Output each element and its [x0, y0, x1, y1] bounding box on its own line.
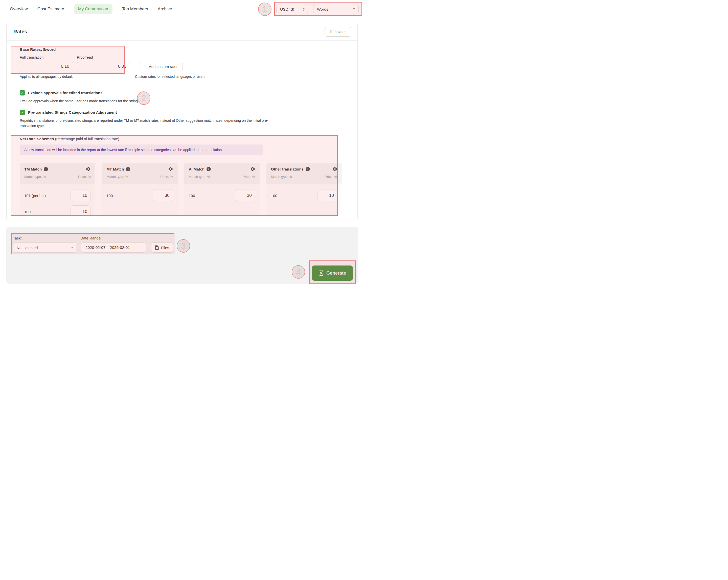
- generate-button-row: Generate: [13, 266, 353, 281]
- report-generation-page: Overview Cost Estimate My Contribution T…: [0, 0, 364, 290]
- generate-button[interactable]: Generate: [312, 266, 353, 281]
- generate-button-label: Generate: [326, 271, 346, 276]
- scheme-title: TM Match: [24, 167, 42, 171]
- scheme-title: Other translations: [271, 167, 304, 171]
- exclude-approvals-checkbox[interactable]: ✓: [20, 90, 25, 95]
- gear-icon[interactable]: [250, 166, 255, 171]
- scheme-card-body: 100: [266, 184, 342, 202]
- report-options-section: ✓ Exclude approvals for edited translati…: [20, 90, 275, 128]
- match-type-value: 100: [271, 193, 277, 198]
- tab-top-members[interactable]: Top Members: [122, 6, 148, 11]
- scheme-cards-row: TM Match i Match type, % Price, %: [20, 163, 342, 216]
- pretranslated-adjustment-option: ✓ Pre-translated Strings Categorization …: [20, 110, 275, 115]
- net-rate-schemes-title: Net Rate Schemes: [20, 137, 54, 141]
- price-input[interactable]: [235, 189, 255, 202]
- scheme-card-ai-match: AI Match i Match type, % Price, %: [184, 163, 260, 216]
- full-translation-label: Full translation: [20, 55, 73, 59]
- scheme-card-header: TM Match i Match type, % Price, %: [20, 163, 95, 184]
- rates-card-header: Rates Templates: [6, 23, 358, 41]
- net-rate-schemes-subtitle: (Percentage paid of full translation rat…: [55, 137, 119, 141]
- price-column-label: Price, %: [325, 175, 337, 178]
- currency-select[interactable]: USD ($): [276, 4, 308, 15]
- scheme-card-mt-match: MT Match i Match type, % Price, %: [102, 163, 178, 216]
- scheme-card-body: 101 (perfect) 100: [20, 184, 95, 216]
- price-input[interactable]: [153, 189, 173, 202]
- date-range-value: 2020-02-07 – 2025-02-01: [85, 245, 130, 250]
- task-select-value: Not selected: [17, 246, 38, 250]
- scheme-row: 101 (perfect): [24, 189, 91, 202]
- exclude-approvals-description: Exclude approvals when the same user has…: [20, 99, 275, 104]
- add-custom-rates-label: Add custom rates: [149, 64, 179, 69]
- exclude-approvals-option: ✓ Exclude approvals for edited translati…: [20, 90, 275, 95]
- pretranslated-adjustment-checkbox[interactable]: ✓: [20, 110, 25, 115]
- base-rates-notes: Applies to all languages by default Cust…: [20, 75, 205, 79]
- base-rates-section: Base Rates, $/word Full translation Proo…: [20, 47, 205, 79]
- match-type-value: 100: [106, 193, 113, 198]
- templates-button[interactable]: Templates: [324, 27, 352, 37]
- task-label: Task:: [13, 236, 80, 240]
- match-type-value: 101 (perfect): [24, 193, 46, 198]
- tab-my-contribution[interactable]: My Contribution: [74, 4, 112, 14]
- price-input[interactable]: [317, 189, 337, 202]
- info-icon[interactable]: i: [306, 167, 310, 171]
- scheme-row: 100: [106, 189, 173, 202]
- gear-icon[interactable]: [168, 166, 173, 171]
- match-type-column-label: Match type, %: [24, 175, 46, 178]
- proofread-field: Proofread: [77, 55, 130, 71]
- scheme-card-body: 100: [102, 184, 178, 202]
- plus-icon: +: [144, 64, 147, 69]
- check-icon: ✓: [21, 110, 24, 114]
- lowest-rate-notice: A new translation will be included in th…: [20, 144, 263, 155]
- price-input[interactable]: [71, 205, 91, 216]
- scheme-row: 100: [189, 189, 255, 202]
- info-icon[interactable]: i: [44, 167, 48, 171]
- scheme-card-header: Other translations i Match type, % Price…: [266, 163, 342, 184]
- updown-arrows-icon: [353, 7, 356, 11]
- tab-overview[interactable]: Overview: [10, 6, 28, 11]
- scheme-card-header: AI Match i Match type, % Price, %: [184, 163, 260, 184]
- scheme-card-header: MT Match i Match type, % Price, %: [102, 163, 178, 184]
- match-type-value: 100: [189, 193, 195, 198]
- custom-rates-note: Custom rates for selected languages or u…: [135, 75, 205, 79]
- files-button[interactable]: Files: [151, 243, 173, 253]
- proofread-label: Proofread: [77, 55, 130, 59]
- exclude-approvals-label: Exclude approvals for edited translation…: [28, 91, 102, 95]
- info-icon[interactable]: i: [207, 167, 211, 171]
- unit-select[interactable]: Words: [313, 4, 359, 15]
- price-input[interactable]: [71, 189, 91, 202]
- base-rates-heading: Base Rates, $/word: [20, 47, 205, 52]
- pretranslated-adjustment-description: Repetitive translations of pre-translate…: [20, 118, 275, 128]
- unit-select-value: Words: [317, 7, 328, 11]
- price-column-label: Price, %: [242, 175, 255, 178]
- match-type-column-label: Match type, %: [106, 175, 128, 178]
- rates-card: Rates Templates Base Rates, $/word Full …: [6, 23, 358, 220]
- gear-icon[interactable]: [332, 166, 337, 171]
- date-range-input[interactable]: 2020-02-07 – 2025-02-01: [81, 243, 146, 253]
- file-icon: [155, 245, 159, 250]
- base-rates-default-note: Applies to all languages by default: [20, 75, 135, 79]
- add-custom-rates-button[interactable]: + Add custom rates: [139, 62, 183, 71]
- divider: [13, 258, 353, 258]
- check-icon: ✓: [21, 91, 24, 95]
- price-column-label: Price, %: [78, 175, 91, 178]
- scheme-row: 100: [271, 189, 337, 202]
- scheme-card-tm-match: TM Match i Match type, % Price, %: [20, 163, 95, 216]
- match-type-column-label: Match type, %: [189, 175, 211, 178]
- info-icon[interactable]: i: [126, 167, 130, 171]
- date-range-label: Date Range:: [80, 236, 102, 240]
- price-column-label: Price, %: [160, 175, 173, 178]
- match-type-column-label: Match type, %: [271, 175, 293, 178]
- report-tabs: Overview Cost Estimate My Contribution T…: [10, 4, 172, 14]
- tab-cost-estimate[interactable]: Cost Estimate: [37, 6, 64, 11]
- scheme-card-other-translations: Other translations i Match type, % Price…: [266, 163, 342, 216]
- proofread-input[interactable]: [77, 62, 130, 71]
- caret-down-icon: ▾: [71, 246, 73, 249]
- match-type-value: 100: [24, 210, 31, 214]
- top-navigation: Overview Cost Estimate My Contribution T…: [0, 0, 364, 18]
- scheme-title: AI Match: [189, 167, 205, 171]
- gear-icon[interactable]: [86, 166, 91, 171]
- scheme-title: MT Match: [106, 167, 124, 171]
- full-translation-input[interactable]: [20, 62, 73, 71]
- tab-archive[interactable]: Archive: [158, 6, 172, 11]
- task-select[interactable]: Not selected ▾: [13, 243, 76, 253]
